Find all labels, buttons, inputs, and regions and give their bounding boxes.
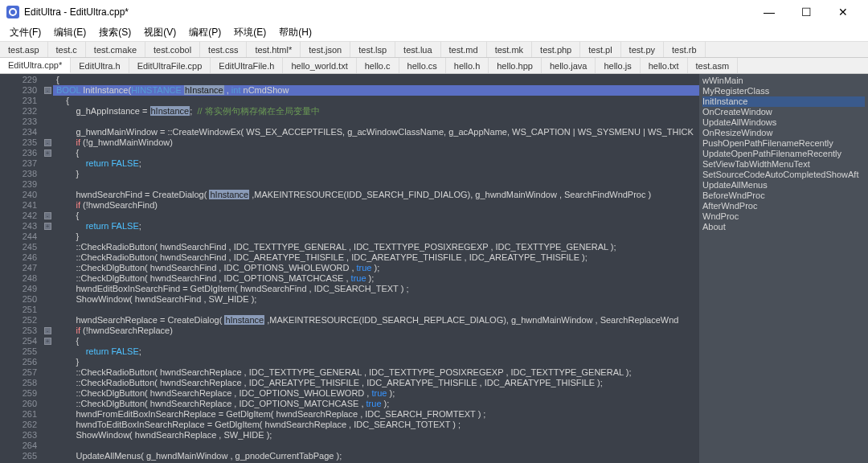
fold-marker[interactable]: [42, 409, 53, 420]
code-line[interactable]: ::CheckRadioButton( hwndSearchReplace , …: [53, 367, 699, 378]
fold-marker[interactable]: [42, 158, 53, 169]
outline-panel[interactable]: wWinMainMyRegisterClassInitInstanceOnCre…: [699, 74, 868, 463]
code-line[interactable]: g_hAppInstance = hInstance; // 将实例句柄存储在全…: [53, 106, 699, 117]
tab-hello.hpp[interactable]: hello.hpp: [489, 58, 542, 73]
tab-test.asm[interactable]: test.asm: [688, 58, 739, 73]
code-line[interactable]: {: [53, 211, 699, 221]
outline-item-OnResizeWindow[interactable]: OnResizeWindow: [702, 128, 865, 138]
code-line[interactable]: {: [53, 96, 699, 106]
tab-test.asp[interactable]: test.asp: [0, 42, 48, 57]
tab-test.php[interactable]: test.php: [532, 42, 580, 57]
menu-搜索(S)[interactable]: 搜索(S): [92, 24, 137, 41]
outline-item-About[interactable]: About: [702, 222, 865, 232]
tab-test.rb[interactable]: test.rb: [664, 42, 706, 57]
code-line[interactable]: ShowWindow( hwndSearchFind , SW_HIDE );: [53, 294, 699, 305]
tab-EditUltraFile.cpp[interactable]: EditUltraFile.cpp: [129, 58, 211, 73]
fold-marker[interactable]: [42, 169, 53, 179]
fold-marker[interactable]: [42, 430, 53, 440]
tab-test.py[interactable]: test.py: [621, 42, 664, 57]
code-line[interactable]: [53, 179, 699, 190]
fold-marker[interactable]: [42, 190, 53, 200]
code-line[interactable]: if (!g_hwndMainWindow): [53, 137, 699, 148]
code-line[interactable]: ::CheckRadioButton( hwndSearchFind , IDC…: [53, 252, 699, 263]
menu-视图(V)[interactable]: 视图(V): [137, 24, 182, 41]
outline-item-WndProc[interactable]: WndProc: [702, 211, 865, 222]
code-line[interactable]: ::CheckDlgButton( hwndSearchFind , IDC_O…: [53, 273, 699, 284]
outline-item-BeforeWndProc[interactable]: BeforeWndProc: [702, 191, 865, 201]
code-line[interactable]: [53, 305, 699, 315]
outline-item-UpdateAllWindows[interactable]: UpdateAllWindows: [702, 117, 865, 128]
fold-marker[interactable]: [42, 200, 53, 211]
fold-marker[interactable]: [42, 242, 53, 252]
code-line[interactable]: hwndEditBoxInSearchFind = GetDlgItem( hw…: [53, 284, 699, 294]
fold-marker[interactable]: [42, 179, 53, 190]
close-button[interactable]: ✕: [825, 0, 862, 24]
fold-marker[interactable]: +: [42, 148, 53, 158]
code-line[interactable]: ::CheckDlgButton( hwndSearchFind , IDC_O…: [53, 263, 699, 273]
code-line[interactable]: ::CheckDlgButton( hwndSearchReplace , ID…: [53, 388, 699, 399]
fold-marker[interactable]: [42, 127, 53, 137]
outline-item-InitInstance[interactable]: InitInstance: [702, 96, 865, 107]
menu-文件(F)[interactable]: 文件(F): [3, 24, 47, 41]
tab-test.mk[interactable]: test.mk: [487, 42, 532, 57]
tab-hello.js[interactable]: hello.js: [596, 58, 640, 73]
fold-marker[interactable]: -: [42, 85, 53, 96]
code-line[interactable]: hwndFromEditBoxInSearchReplace = GetDlgI…: [53, 409, 699, 420]
outline-item-AfterWndProc[interactable]: AfterWndProc: [702, 201, 865, 211]
fold-marker[interactable]: [42, 305, 53, 315]
menu-编程(P)[interactable]: 编程(P): [182, 24, 227, 41]
fold-marker[interactable]: [42, 232, 53, 242]
fold-marker[interactable]: [42, 263, 53, 273]
fold-marker[interactable]: [42, 367, 53, 378]
tab-test.cobol[interactable]: test.cobol: [145, 42, 200, 57]
tab-hello.cs[interactable]: hello.cs: [399, 58, 446, 73]
tab-test.pl[interactable]: test.pl: [580, 42, 620, 57]
code-line[interactable]: return FALSE;: [53, 346, 699, 357]
tab-test.css[interactable]: test.css: [200, 42, 247, 57]
menu-编辑(E)[interactable]: 编辑(E): [47, 24, 92, 41]
code-line[interactable]: if (!hwndSearchFind): [53, 200, 699, 211]
fold-marker[interactable]: [42, 75, 53, 85]
tab-EditUltra.cpp*[interactable]: EditUltra.cpp*: [0, 58, 71, 73]
tab-hello_world.txt[interactable]: hello_world.txt: [283, 58, 356, 73]
code-line[interactable]: hwndSearchFind = CreateDialog( hInstance…: [53, 190, 699, 200]
fold-marker[interactable]: [42, 440, 53, 451]
code-line[interactable]: [53, 440, 699, 451]
fold-marker[interactable]: -: [42, 137, 53, 148]
code-line[interactable]: {: [53, 75, 699, 85]
fold-marker[interactable]: [42, 378, 53, 388]
tab-test.lsp[interactable]: test.lsp: [350, 42, 395, 57]
code-line[interactable]: return FALSE;: [53, 158, 699, 169]
outline-item-OnCreateWindow[interactable]: OnCreateWindow: [702, 107, 865, 117]
code-line[interactable]: }: [53, 232, 699, 242]
fold-marker[interactable]: [42, 294, 53, 305]
tab-test.json[interactable]: test.json: [301, 42, 350, 57]
menu-帮助(H)[interactable]: 帮助(H): [272, 24, 318, 41]
outline-item-SetSourceCodeAutoCompletedShowAft[interactable]: SetSourceCodeAutoCompletedShowAft: [702, 170, 865, 180]
code-line[interactable]: ::CheckDlgButton( hwndSearchReplace , ID…: [53, 399, 699, 409]
fold-marker[interactable]: [42, 252, 53, 263]
fold-marker[interactable]: [42, 399, 53, 409]
fold-marker[interactable]: -: [42, 211, 53, 221]
fold-marker[interactable]: [42, 451, 53, 461]
outline-item-SetViewTabWidthMenuText[interactable]: SetViewTabWidthMenuText: [702, 159, 865, 170]
tab-test.lua[interactable]: test.lua: [395, 42, 440, 57]
fold-marker[interactable]: [42, 96, 53, 106]
tab-test.cmake[interactable]: test.cmake: [86, 42, 145, 57]
tab-EditUltra.h[interactable]: EditUltra.h: [71, 58, 129, 73]
maximize-button[interactable]: ☐: [788, 0, 825, 24]
code-line[interactable]: BOOL InitInstance(HINSTANCE hInstance , …: [53, 85, 699, 96]
fold-marker[interactable]: +: [42, 221, 53, 232]
fold-marker[interactable]: [42, 346, 53, 357]
minimize-button[interactable]: —: [751, 0, 788, 24]
fold-marker[interactable]: +: [42, 336, 53, 346]
code-line[interactable]: ::CheckRadioButton( hwndSearchReplace , …: [53, 378, 699, 388]
fold-column[interactable]: --+-+-+: [42, 74, 53, 463]
code-area[interactable]: {BOOL InitInstance(HINSTANCE hInstance ,…: [53, 74, 699, 463]
outline-item-PushOpenPathFilenameRecently[interactable]: PushOpenPathFilenameRecently: [702, 138, 865, 149]
tab-hello.txt[interactable]: hello.txt: [641, 58, 688, 73]
code-line[interactable]: {: [53, 336, 699, 346]
fold-marker[interactable]: [42, 117, 53, 127]
fold-marker[interactable]: [42, 284, 53, 294]
fold-marker[interactable]: [42, 315, 53, 326]
